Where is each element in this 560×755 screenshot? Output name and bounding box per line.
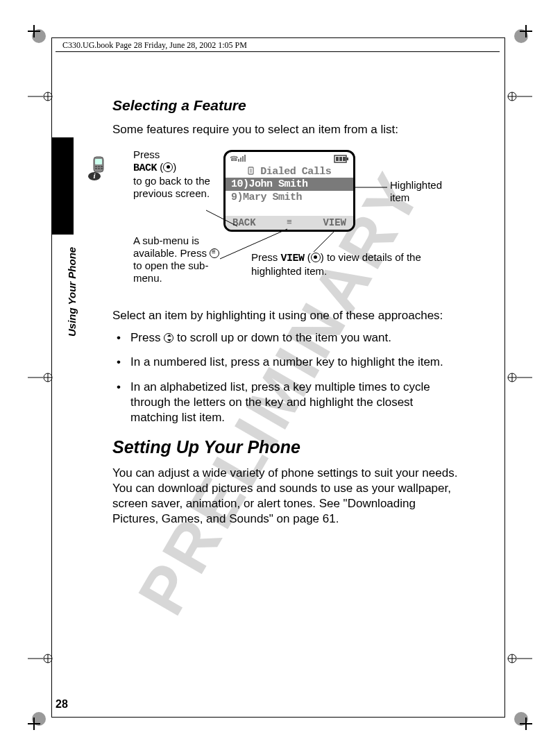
- svg-rect-38: [244, 155, 246, 162]
- section-heading: Setting Up Your Phone: [112, 437, 463, 457]
- svg-rect-27: [98, 166, 100, 167]
- svg-text:☎: ☎: [230, 155, 238, 162]
- screen-row-highlighted: 10)John Smith: [226, 178, 353, 191]
- crop-mark: [520, 718, 532, 730]
- bullet-list: Press to scroll up or down to the item y…: [112, 330, 463, 425]
- text: to open the sub-menu.: [133, 260, 208, 284]
- subheading: Selecting a Feature: [112, 97, 463, 114]
- registration-mark: [28, 654, 53, 663]
- back-key-label: BACK: [133, 162, 157, 174]
- svg-rect-28: [101, 166, 103, 167]
- list-item: Press to scroll up or down to the item y…: [112, 330, 463, 346]
- svg-rect-30: [98, 168, 100, 169]
- svg-rect-35: [238, 159, 239, 162]
- screen-title-text: Dialed Calls: [260, 166, 331, 178]
- svg-rect-31: [101, 168, 103, 169]
- svg-rect-43: [343, 157, 346, 161]
- screen-title: Dialed Calls: [226, 166, 353, 178]
- paragraph: You can adjust a wide variety of phone s…: [112, 466, 463, 526]
- svg-rect-41: [336, 157, 339, 161]
- softkey-row: BACK ≡ VIEW: [226, 216, 353, 230]
- text: to go back to the previous screen.: [133, 175, 210, 199]
- list-item: In a numbered list, press a number key t…: [112, 355, 463, 370]
- running-header: C330.UG.book Page 28 Friday, June 28, 20…: [62, 40, 247, 51]
- softkey-mid: ≡: [287, 217, 292, 228]
- text: to scroll up or down to the item you wan…: [173, 331, 391, 344]
- softkey-right: VIEW: [323, 217, 346, 228]
- content-area: Selecting a Feature Some features requir…: [112, 97, 463, 533]
- registration-mark: [507, 654, 532, 663]
- view-key-label: VIEW: [281, 253, 305, 264]
- svg-rect-37: [242, 156, 244, 162]
- softkey-dot-icon: [311, 253, 321, 262]
- registration-mark: [28, 92, 53, 101]
- crop-mark: [520, 25, 532, 37]
- svg-rect-42: [339, 157, 342, 161]
- svg-rect-26: [95, 166, 97, 167]
- softkey-left: BACK: [232, 217, 256, 228]
- nav-key-icon: [164, 333, 173, 343]
- page-number: 28: [56, 698, 68, 711]
- intro-paragraph: Some features require you to select an i…: [112, 122, 463, 137]
- text: Press: [130, 331, 164, 344]
- phone-screen: ☎ Dialed Calls 10)John Smith 9)Mary Smit…: [223, 150, 355, 232]
- svg-rect-25: [95, 159, 102, 164]
- callout-view: Press VIEW () to view details of the hig…: [251, 251, 446, 278]
- callout-highlighted: Highlighted item: [390, 179, 459, 204]
- figure: i Press BACK () to go back to the previo…: [112, 144, 459, 304]
- signal-icon: ☎: [230, 153, 249, 166]
- svg-rect-29: [95, 168, 97, 169]
- registration-mark: [507, 373, 532, 382]
- status-row: ☎: [226, 152, 353, 166]
- paragraph: Select an item by highlighting it using …: [112, 308, 463, 323]
- side-label: Using Your Phone: [66, 247, 78, 337]
- svg-rect-40: [346, 158, 348, 160]
- text: Press: [133, 149, 160, 160]
- crop-mark: [28, 25, 40, 37]
- crop-mark: [28, 718, 40, 730]
- screen-row: 9)Mary Smith: [226, 191, 353, 204]
- svg-line-51: [314, 231, 334, 252]
- softkey-dot-icon: [163, 162, 173, 172]
- phone-icon: i: [87, 155, 110, 182]
- registration-mark: [28, 373, 53, 382]
- list-item: In an alphabetized list, press a key mul…: [112, 380, 463, 425]
- callout-submenu: A sub-menu is available. Press to open t…: [133, 235, 222, 285]
- battery-icon: [334, 153, 349, 166]
- registration-mark: [507, 92, 532, 101]
- header-rule: [56, 51, 500, 52]
- text: Press: [251, 251, 278, 263]
- text: A sub-menu is available. Press: [133, 235, 207, 259]
- menu-key-icon: [210, 248, 219, 258]
- svg-rect-36: [240, 158, 241, 162]
- thumb-tab: [51, 137, 74, 235]
- callout-back: Press BACK () to go back to the previous…: [133, 149, 217, 200]
